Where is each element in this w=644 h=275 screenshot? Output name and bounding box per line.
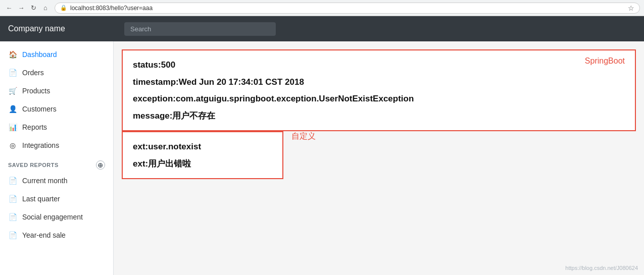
sidebar-item-label: Products bbox=[22, 87, 50, 95]
sidebar-item-reports[interactable]: 📊 Reports bbox=[0, 118, 113, 136]
sidebar-item-label: Orders bbox=[22, 69, 44, 77]
report-doc-icon: 📄 bbox=[8, 231, 17, 240]
sidebar-item-label: Last quarter bbox=[22, 195, 60, 203]
forward-button[interactable]: → bbox=[16, 3, 26, 13]
url-text: localhost:8083/hello?user=aaa bbox=[70, 5, 153, 12]
sidebar-item-current-month[interactable]: 📄 Current month bbox=[0, 172, 113, 190]
report-doc-icon: 📄 bbox=[8, 212, 17, 222]
orders-icon: 📄 bbox=[8, 68, 17, 77]
content-area: SpringBoot status:500 timestamp:Wed Jun … bbox=[114, 41, 644, 275]
sidebar-item-orders[interactable]: 📄 Orders bbox=[0, 64, 113, 82]
add-report-button[interactable]: ⊕ bbox=[96, 160, 105, 170]
sidebar-item-label: Dashboard bbox=[22, 50, 57, 59]
sidebar-item-label: Customers bbox=[22, 105, 57, 113]
sidebar-item-last-quarter[interactable]: 📄 Last quarter bbox=[0, 190, 113, 208]
sidebar-item-label: Reports bbox=[22, 123, 47, 131]
ext-msg: ext:用户出错啦 bbox=[133, 157, 272, 171]
sidebar-item-social-engagement[interactable]: 📄 Social engagement bbox=[0, 208, 113, 226]
report-doc-icon: 📄 bbox=[8, 176, 17, 185]
error-box-ext: ext:user.notexist ext:用户出错啦 bbox=[122, 131, 283, 179]
search-input[interactable] bbox=[124, 22, 276, 36]
error-timestamp: timestamp:Wed Jun 20 17:34:01 CST 2018 bbox=[133, 76, 625, 89]
ext-user: ext:user.notexist bbox=[133, 140, 272, 153]
saved-reports-section: SAVED REPORTS ⊕ bbox=[0, 154, 113, 172]
ext-section: ext:user.notexist ext:用户出错啦 自定义 bbox=[122, 131, 636, 179]
home-button[interactable]: ⌂ bbox=[40, 3, 51, 13]
sidebar-item-label: Integrations bbox=[22, 141, 59, 149]
app-header: Company name bbox=[0, 16, 644, 41]
integrations-icon: ◎ bbox=[8, 141, 17, 150]
customers-icon: 👤 bbox=[8, 104, 17, 114]
app-container: Company name 🏠 Dashboard 📄 Orders 🛒 Prod… bbox=[0, 16, 644, 275]
products-icon: 🛒 bbox=[8, 86, 17, 95]
back-button[interactable]: ← bbox=[4, 3, 14, 13]
sidebar-item-year-end-sale[interactable]: 📄 Year-end sale bbox=[0, 226, 113, 244]
address-bar[interactable]: 🔒 localhost:8083/hello?user=aaa ☆ bbox=[55, 3, 640, 14]
lock-icon: 🔒 bbox=[60, 5, 67, 11]
company-name: Company name bbox=[8, 24, 114, 33]
sidebar-item-integrations[interactable]: ◎ Integrations bbox=[0, 136, 113, 154]
browser-chrome: ← → ↻ ⌂ 🔒 localhost:8083/hello?user=aaa … bbox=[0, 0, 644, 16]
error-exception: exception:com.atguigu.springboot.excepti… bbox=[133, 92, 625, 105]
error-status: status:500 bbox=[133, 59, 625, 72]
browser-nav-buttons: ← → ↻ ⌂ bbox=[4, 3, 51, 13]
error-box-main: SpringBoot status:500 timestamp:Wed Jun … bbox=[122, 49, 636, 131]
main-body: 🏠 Dashboard 📄 Orders 🛒 Products 👤 Custom… bbox=[0, 41, 644, 275]
sidebar: 🏠 Dashboard 📄 Orders 🛒 Products 👤 Custom… bbox=[0, 41, 114, 275]
sidebar-item-label: Current month bbox=[22, 177, 67, 185]
custom-label: 自定义 bbox=[291, 131, 316, 142]
home-icon: 🏠 bbox=[8, 50, 17, 59]
sidebar-item-label: Year-end sale bbox=[22, 231, 66, 239]
report-doc-icon: 📄 bbox=[8, 194, 17, 203]
sidebar-item-products[interactable]: 🛒 Products bbox=[0, 82, 113, 100]
sidebar-item-customers[interactable]: 👤 Customers bbox=[0, 100, 113, 118]
reload-button[interactable]: ↻ bbox=[28, 3, 38, 13]
bookmark-icon[interactable]: ☆ bbox=[628, 4, 634, 12]
reports-icon: 📊 bbox=[8, 123, 17, 132]
sidebar-item-label: Social engagement bbox=[22, 213, 83, 221]
sidebar-item-dashboard[interactable]: 🏠 Dashboard bbox=[0, 45, 113, 64]
springboot-label: SpringBoot bbox=[585, 57, 625, 66]
error-message: message:用户不存在 bbox=[133, 109, 625, 123]
watermark: https://blog.csdn.net/J080624 bbox=[565, 265, 638, 271]
saved-reports-label: SAVED REPORTS bbox=[8, 162, 59, 168]
